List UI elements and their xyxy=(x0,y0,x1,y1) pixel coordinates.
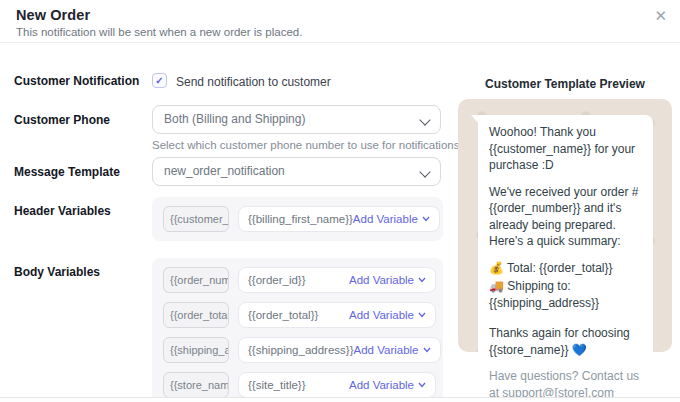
variable-tag: {{store_name}} xyxy=(163,372,229,398)
add-variable-button[interactable]: Add Variable xyxy=(349,309,426,321)
add-variable-button[interactable]: Add Variable xyxy=(353,213,430,225)
variable-field[interactable]: {{shipping_address}} Add Variable xyxy=(238,337,441,363)
preview-paragraph: Woohoo! Thank you {{customer_name}} for … xyxy=(489,124,643,174)
body-variable-row: {{order_number}} {{order_id}} Add Variab… xyxy=(163,267,436,293)
add-variable-label: Add Variable xyxy=(353,213,418,225)
customer-phone-select[interactable]: Both (Billing and Shipping) xyxy=(152,105,441,134)
chevron-down-icon xyxy=(418,277,426,283)
checkbox-label: Send notification to customer xyxy=(176,75,331,89)
header-variable-row: {{customer_name}} {{billing_first_name}}… xyxy=(163,206,436,232)
close-icon[interactable]: ✕ xyxy=(654,8,667,24)
preview-shipping-line: 🚚 Shipping to: {{shipping_address}} xyxy=(489,278,643,311)
chevron-down-icon xyxy=(418,312,426,318)
customer-phone-value: Both (Billing and Shipping) xyxy=(164,112,305,126)
variable-value-input[interactable]: {{site_title}} xyxy=(248,379,349,391)
dialog-subtitle: This notification will be sent when a ne… xyxy=(16,26,302,38)
variable-tag: {{customer_name}} xyxy=(163,206,229,232)
check-icon: ✓ xyxy=(155,75,163,86)
chevron-down-icon xyxy=(423,347,431,353)
add-variable-button[interactable]: Add Variable xyxy=(349,274,426,286)
chevron-down-icon xyxy=(418,382,426,388)
add-variable-label: Add Variable xyxy=(354,344,419,356)
template-preview-panel: Woohoo! Thank you {{customer_name}} for … xyxy=(458,99,672,352)
chevron-down-icon xyxy=(422,216,430,222)
customer-notification-label: Customer Notification xyxy=(14,74,139,88)
variable-tag: {{order_number}} xyxy=(163,267,229,293)
variable-tag: {{order_total}} xyxy=(163,302,229,328)
add-variable-label: Add Variable xyxy=(349,274,414,286)
chat-message-bubble: Woohoo! Thank you {{customer_name}} for … xyxy=(478,115,653,402)
chevron-down-icon xyxy=(420,168,429,177)
preview-paragraph: Thanks again for choosing {{store_name}}… xyxy=(489,325,643,358)
message-template-label: Message Template xyxy=(14,165,120,179)
preview-total-line: 💰 Total: {{order_total}} xyxy=(489,260,643,277)
message-template-value: new_order_notification xyxy=(164,164,285,178)
variable-field[interactable]: {{order_total}} Add Variable xyxy=(238,302,436,328)
variable-value-input[interactable]: {{order_total}} xyxy=(248,309,349,321)
add-variable-button[interactable]: Add Variable xyxy=(354,344,431,356)
header-variables-group: {{customer_name}} {{billing_first_name}}… xyxy=(152,197,443,241)
message-template-select[interactable]: new_order_notification xyxy=(152,157,441,186)
page-title: New Order xyxy=(16,7,90,23)
dialog-bottom-edge xyxy=(0,397,680,402)
customer-phone-helper: Select which customer phone number to us… xyxy=(152,139,459,151)
body-variables-group: {{order_number}} {{order_id}} Add Variab… xyxy=(152,258,443,402)
variable-value-input[interactable]: {{order_id}} xyxy=(248,274,349,286)
add-variable-label: Add Variable xyxy=(349,309,414,321)
variable-tag: {{shipping_address}} xyxy=(163,337,229,363)
header-variables-label: Header Variables xyxy=(14,204,111,218)
send-notification-checkbox[interactable]: ✓ xyxy=(152,73,167,88)
new-order-dialog: New Order This notification will be sent… xyxy=(0,0,680,402)
body-variable-row: {{store_name}} {{site_title}} Add Variab… xyxy=(163,372,436,398)
body-variable-row: {{order_total}} {{order_total}} Add Vari… xyxy=(163,302,436,328)
add-variable-label: Add Variable xyxy=(349,379,414,391)
preview-title: Customer Template Preview xyxy=(458,77,672,91)
variable-field[interactable]: {{order_id}} Add Variable xyxy=(238,267,436,293)
body-variable-row: {{shipping_address}} {{shipping_address}… xyxy=(163,337,436,363)
variable-value-input[interactable]: {{billing_first_name}} xyxy=(248,213,353,225)
customer-phone-label: Customer Phone xyxy=(14,113,110,127)
variable-value-input[interactable]: {{shipping_address}} xyxy=(248,344,354,356)
variable-field[interactable]: {{site_title}} Add Variable xyxy=(238,372,436,398)
chevron-down-icon xyxy=(420,116,429,125)
add-variable-button[interactable]: Add Variable xyxy=(349,379,426,391)
variable-field[interactable]: {{billing_first_name}} Add Variable xyxy=(238,206,440,232)
body-variables-label: Body Variables xyxy=(14,265,100,279)
dialog-header: New Order This notification will be sent… xyxy=(0,0,680,43)
preview-paragraph: We've received your order # {{order_numb… xyxy=(489,184,643,250)
